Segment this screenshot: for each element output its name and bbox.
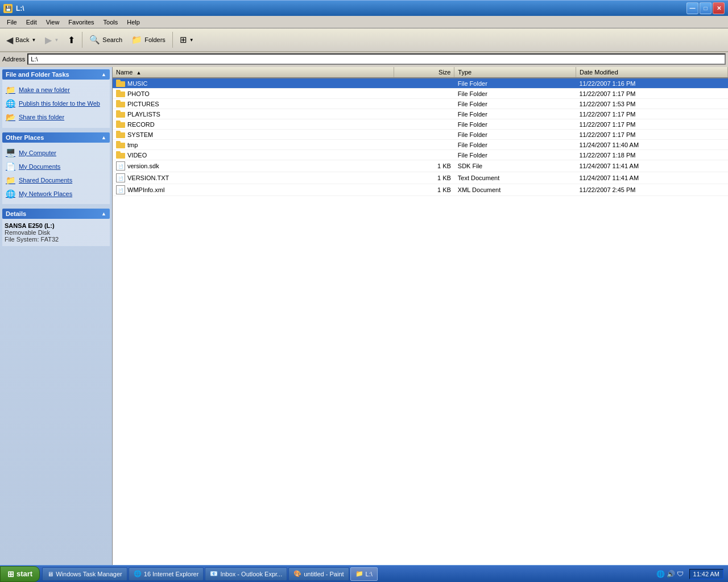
share-folder-link[interactable]: 📂 Share this folder [5,110,107,124]
details-header[interactable]: Details ▲ [2,209,110,219]
places-header[interactable]: Other Places ▲ [2,132,110,143]
views-dropdown-icon[interactable]: ▼ [189,38,194,43]
file-date-cell: 11/24/2007 11:40 AM [576,140,727,150]
menu-item-help[interactable]: Help [122,18,144,27]
file-size-cell [394,140,454,150]
sort-arrow-icon: ▲ [136,70,141,76]
name-column-header[interactable]: Name ▲ [113,67,394,78]
shared-documents-link[interactable]: 📁 Shared Documents [5,173,107,187]
table-row[interactable]: PHOTOFile Folder11/22/2007 1:17 PM [113,89,728,99]
date-column-header[interactable]: Date Modified [576,67,727,78]
toolbar: ◀ Back ▼ ▶ ▼ ⬆ 🔍 Search 📁 Folders ⊞ ▼ [0,28,728,52]
folder-icon [116,120,125,128]
menu-item-edit[interactable]: Edit [22,18,42,27]
views-button[interactable]: ⊞ ▼ [176,30,198,49]
taskbar-item-label: L:\ [366,571,373,577]
forward-dropdown-icon[interactable]: ▼ [54,38,59,43]
file-icon: 📄 [116,185,125,194]
file-date-cell: 11/22/2007 1:16 PM [576,78,727,89]
search-label: Search [102,36,122,43]
file-type-cell: File Folder [454,150,576,160]
taskbar-item[interactable]: 📧Inbox - Outlook Expr... [205,567,287,581]
search-button[interactable]: 🔍 Search [85,30,126,49]
table-row[interactable]: tmpFile Folder11/24/2007 11:40 AM [113,140,728,150]
dropdown-arrow-icon[interactable]: ▼ [31,38,36,43]
tray-icons: 🌐 🔊 🛡 [656,570,684,578]
tasks-header-label: File and Folder Tasks [6,71,69,78]
up-button[interactable]: ⬆ [64,30,79,49]
table-row[interactable]: SYSTEMFile Folder11/22/2007 1:17 PM [113,130,728,140]
table-row[interactable]: 📄version.sdk1 KBSDK File11/24/2007 11:41… [113,160,728,172]
taskbar-item[interactable]: 📁L:\ [350,567,378,581]
new-folder-icon: 📁 [6,85,15,95]
taskbar-item[interactable]: 🌐16 Internet Explorer [129,567,204,581]
close-button[interactable]: ✕ [713,2,725,14]
taskbar-item[interactable]: 🖥Windows Task Manager [42,567,127,581]
table-row[interactable]: PLAYLISTSFile Folder11/22/2007 1:17 PM [113,109,728,119]
file-name-cell: 📄version.sdk [113,160,394,172]
places-content: 🖥️ My Computer 📄 My Documents 📁 Shared D… [2,143,110,205]
menu-item-file[interactable]: File [2,18,22,27]
publish-folder-link[interactable]: 🌐 Publish this folder to the Web [5,97,107,110]
tasks-header[interactable]: File and Folder Tasks ▲ [2,69,110,80]
start-button[interactable]: ⊞ start [0,566,40,582]
table-row[interactable]: VIDEOFile Folder11/22/2007 1:18 PM [113,150,728,160]
new-folder-link[interactable]: 📁 Make a new folder [5,83,107,97]
menu-item-tools[interactable]: Tools [99,18,123,27]
file-size-cell: 1 KB [394,184,454,196]
network-places-link[interactable]: 🌐 My Network Places [5,187,107,201]
file-date-cell: 11/22/2007 1:17 PM [576,89,727,99]
taskbar-item-label: Inbox - Outlook Expr... [220,571,282,577]
taskbar-item-icon: 📁 [355,570,363,577]
table-row[interactable]: 📄WMPInfo.xml1 KBXML Document11/22/2007 2… [113,184,728,196]
details-sub2: File System: FAT32 [5,236,107,243]
details-content: SANSA E250 (L:) Removable Disk File Syst… [2,219,110,246]
table-row[interactable]: 📄VERSION.TXT1 KBText Document11/24/2007 … [113,172,728,184]
folders-icon: 📁 [131,35,142,45]
address-input[interactable] [27,53,726,65]
details-collapse-icon: ▲ [101,211,106,217]
up-icon: ⬆ [68,35,75,45]
file-name-cell: SYSTEM [113,130,394,140]
taskbar-item[interactable]: 🎨untitled - Paint [288,567,349,581]
taskbar-item-label: Windows Task Manager [56,571,122,577]
search-icon: 🔍 [89,35,100,45]
file-name: VIDEO [127,152,147,159]
taskbar-item-icon: 🎨 [293,570,301,577]
sidebar: File and Folder Tasks ▲ 📁 Make a new fol… [0,67,113,565]
forward-icon: ▶ [45,35,52,45]
file-size-cell [394,78,454,89]
menu-item-favorites[interactable]: Favorites [64,18,98,27]
menu-item-view[interactable]: View [42,18,64,27]
folder-icon [116,141,125,148]
forward-button[interactable]: ▶ ▼ [41,30,63,49]
maximize-button[interactable]: □ [700,2,712,14]
file-name-cell: PICTURES [113,99,394,109]
file-date-cell: 11/24/2007 11:41 AM [576,160,727,172]
my-documents-link[interactable]: 📄 My Documents [5,160,107,173]
my-computer-link[interactable]: 🖥️ My Computer [5,146,107,160]
toolbar-separator-2 [172,32,173,48]
table-row[interactable]: PICTURESFile Folder11/22/2007 1:53 PM [113,99,728,109]
back-button[interactable]: ◀ Back ▼ [2,30,40,49]
file-type-cell: File Folder [454,89,576,99]
folder-icon [116,100,125,107]
size-column-header[interactable]: Size [394,67,454,78]
table-row[interactable]: RECORDFile Folder11/22/2007 1:17 PM [113,119,728,130]
file-name-cell: PHOTO [113,89,394,99]
file-name-cell: RECORD [113,119,394,130]
minimize-button[interactable]: — [686,2,698,14]
folders-button[interactable]: 📁 Folders [127,30,169,49]
table-row[interactable]: MUSICFile Folder11/22/2007 1:16 PM [113,78,728,89]
filelist-table: Name ▲ Size Type Date Modified MUSICFile… [113,67,728,196]
addressbar: Address [0,52,728,67]
window-controls: — □ ✕ [686,2,725,14]
drive-icon: 💾 [3,4,13,13]
type-column-header[interactable]: Type [454,67,576,78]
start-label: start [16,569,32,578]
file-size-cell: 1 KB [394,160,454,172]
taskbar-items: 🖥Windows Task Manager🌐16 Internet Explor… [42,567,651,581]
folder-icon [116,90,125,97]
tasks-collapse-icon: ▲ [101,72,106,77]
folder-icon [116,131,125,138]
